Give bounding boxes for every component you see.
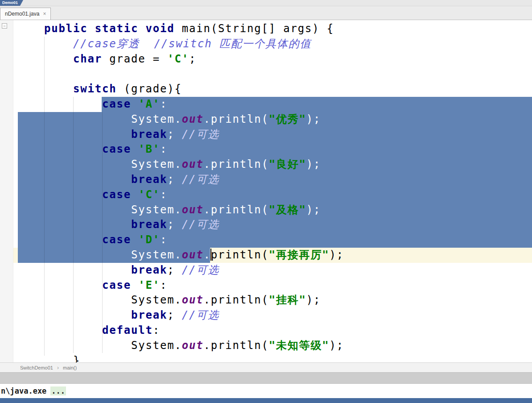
code-lines[interactable]: public static void main(String[] args) {…: [13, 21, 532, 362]
code-token: [15, 22, 44, 35]
code-token: [15, 279, 102, 291]
code-token: 'D': [138, 233, 160, 246]
code-token: :: [160, 143, 167, 155]
code-token: [15, 128, 131, 141]
code-token: case: [102, 188, 131, 201]
code-token: "未知等级": [269, 339, 330, 352]
code-token: //可选: [182, 218, 219, 231]
nav-breadcrumb-bar: Demo01: [0, 0, 532, 6]
code-token: break: [131, 173, 167, 186]
code-token: :: [160, 98, 167, 110]
code-token: .println(: [203, 158, 268, 170]
code-token: [15, 53, 73, 65]
code-token: //可选: [182, 173, 219, 186]
code-line[interactable]: System.out.println("优秀");: [13, 112, 532, 127]
code-line[interactable]: System.out.println("再接再厉");: [13, 248, 532, 263]
code-token: main(String[] args) {: [175, 22, 334, 35]
code-token: System.: [15, 294, 182, 306]
code-token: static: [95, 22, 139, 35]
code-token: ;: [167, 128, 182, 141]
tab-switchdemo01[interactable]: nDemo01.java ×: [0, 8, 51, 20]
code-token: :: [160, 188, 167, 201]
code-line[interactable]: System.out.println("挂科");: [13, 293, 532, 308]
code-line[interactable]: case 'C':: [13, 187, 532, 203]
code-token: break: [131, 264, 167, 276]
code-token: :: [160, 233, 167, 246]
code-line[interactable]: System.out.println("良好");: [13, 157, 532, 172]
tab-label: nDemo01.java: [5, 11, 39, 17]
code-token: );: [306, 204, 321, 216]
code-token: [131, 98, 138, 110]
console-selected-row[interactable]: [0, 398, 532, 403]
code-line[interactable]: break; //可选: [13, 217, 532, 233]
code-line[interactable]: break; //可选: [13, 172, 532, 187]
code-token: );: [329, 339, 344, 352]
editor-pane[interactable]: − public static void main(String[] args)…: [0, 20, 532, 362]
code-token: System.: [15, 339, 182, 352]
code-token: //case穿透 //switch 匹配一个具体的值: [73, 37, 311, 50]
code-line[interactable]: case 'D':: [13, 233, 532, 248]
code-line[interactable]: case 'E':: [13, 278, 532, 293]
code-line[interactable]: System.out.println("及格");: [13, 203, 532, 218]
code-token: [131, 233, 138, 246]
code-token: [15, 98, 102, 110]
code-line[interactable]: break; //可选: [13, 308, 532, 323]
code-token: [15, 37, 73, 50]
code-token: .println(: [203, 294, 268, 306]
code-line[interactable]: default:: [13, 323, 532, 338]
code-token: [15, 188, 102, 201]
code-token: char: [73, 53, 102, 65]
code-line[interactable]: break; //可选: [13, 263, 532, 278]
panel-splitter[interactable]: [0, 372, 532, 384]
code-line[interactable]: break; //可选: [13, 127, 532, 142]
code-token: ;: [167, 173, 182, 186]
code-token: out: [182, 204, 204, 216]
code-token: }: [15, 354, 80, 362]
code-token: [15, 173, 131, 186]
code-token: "良好": [269, 158, 306, 170]
code-token: 'E': [138, 279, 160, 291]
code-token: public: [44, 22, 88, 35]
code-token: 'A': [138, 98, 160, 110]
close-icon[interactable]: ×: [43, 11, 46, 17]
console-output-line[interactable]: n\java.exe ...: [0, 384, 532, 398]
code-token: grade =: [102, 53, 167, 65]
code-token: //可选: [182, 309, 219, 321]
code-token: [131, 143, 138, 155]
code-line[interactable]: System.out.println("未知等级");: [13, 338, 532, 353]
code-token: out: [182, 249, 204, 261]
code-line[interactable]: public static void main(String[] args) {: [13, 21, 532, 37]
code-line[interactable]: case 'B':: [13, 142, 532, 157]
code-token: break: [131, 218, 167, 231]
code-line[interactable]: switch (grade){: [13, 82, 532, 97]
code-token: void: [146, 22, 175, 35]
code-line[interactable]: case 'A':: [13, 97, 532, 112]
code-token: out: [182, 339, 204, 352]
editor-gutter[interactable]: −: [0, 20, 13, 362]
code-line[interactable]: char grade = 'C';: [13, 52, 532, 67]
code-token: [15, 233, 102, 246]
code-token: case: [102, 279, 131, 291]
code-token: (grade){: [117, 83, 182, 95]
code-token: [138, 22, 145, 35]
code-token: out: [182, 294, 204, 306]
code-token: );: [306, 158, 321, 170]
code-token: ;: [167, 309, 182, 321]
breadcrumb-item-class[interactable]: SwitchDemo01: [20, 365, 53, 370]
code-token: "优秀": [269, 113, 306, 125]
code-token: switch: [73, 83, 117, 95]
code-line[interactable]: //case穿透 //switch 匹配一个具体的值: [13, 37, 532, 52]
code-line[interactable]: }: [13, 353, 532, 362]
code-token: 'C': [167, 53, 189, 65]
code-token: );: [329, 249, 344, 261]
code-token: [15, 309, 131, 321]
fold-icon[interactable]: −: [2, 23, 7, 29]
code-line[interactable]: [13, 66, 532, 82]
breadcrumb-item-file[interactable]: Demo01: [0, 0, 23, 6]
code-token: ;: [167, 264, 182, 276]
code-token: break: [131, 309, 167, 321]
code-token: System.: [15, 113, 182, 125]
code-token: 'B': [138, 143, 160, 155]
code-token: [88, 22, 95, 35]
breadcrumb-item-method[interactable]: main(): [63, 365, 77, 370]
